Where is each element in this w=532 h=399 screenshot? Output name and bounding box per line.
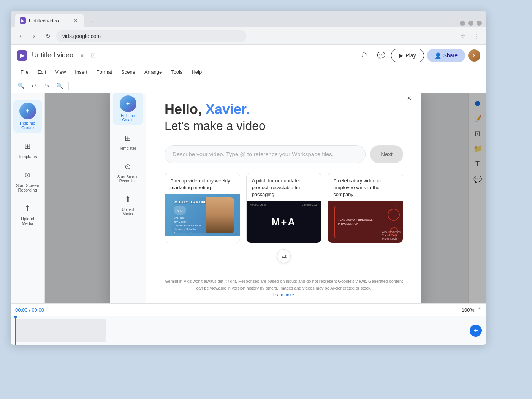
header-actions: ⏱ 💬 ▶ Play 👤 Share X: [358, 49, 480, 62]
modal-help-create-icon: ✦: [120, 95, 136, 112]
modal-sidebar-templates[interactable]: ⊞ Templates: [113, 128, 143, 154]
greeting-hello-text: Hello,: [165, 101, 206, 117]
redo-button[interactable]: ↪: [41, 80, 52, 92]
templates-icon: ⊞: [21, 139, 35, 153]
disclaimer-text: Gemini in Vids won't always get it right…: [165, 278, 403, 298]
menu-tools[interactable]: Tools: [167, 68, 186, 76]
menu-help[interactable]: Help: [188, 68, 206, 76]
modal-templates-icon: ⊞: [121, 131, 135, 145]
star-icon[interactable]: ★: [79, 52, 85, 59]
suggestion-card-1[interactable]: A recap video of my weekly marketing mee…: [165, 173, 240, 244]
menu-insert[interactable]: Insert: [71, 68, 91, 76]
help-create-icon: ✦: [19, 103, 36, 119]
zoom-tool-button[interactable]: 🔍: [54, 80, 65, 92]
separator: [68, 82, 69, 90]
card-3-preview: TEAM AND/OR INDIVIDUAL INTRODUCTION Alex…: [328, 201, 403, 243]
reload-button[interactable]: ↻: [43, 31, 53, 41]
next-button[interactable]: Next: [370, 145, 403, 163]
app-header: ▶ Untitled video ★ ⊡ ⏱ 💬 ▶ Play 👤 Share …: [11, 45, 486, 66]
modal-upload-label: Upload Media: [122, 207, 134, 216]
screen-icon[interactable]: ⊡: [91, 52, 96, 59]
close-window-button[interactable]: [477, 21, 482, 26]
modal-content: × Hello, Xavier. Let's make a video Next: [146, 93, 421, 303]
timeline-cursor: [15, 316, 16, 345]
card-2-title: A pitch for our updated product, recycla…: [247, 173, 321, 201]
history-button[interactable]: ⏱: [358, 49, 371, 62]
address-bar: ‹ › ↻ ☆ ⋮: [11, 27, 486, 45]
modal-templates-label: Templates: [119, 146, 137, 150]
zoom-control[interactable]: 100%: [462, 307, 474, 313]
product-demo-header: Product Demo: [250, 203, 267, 206]
suggestion-card-2[interactable]: A pitch for our updated product, recycla…: [246, 173, 322, 244]
avatar-image: X: [468, 49, 480, 62]
new-tab-button[interactable]: +: [87, 17, 97, 27]
product-demo-logo: M+A: [272, 216, 296, 228]
modal-sidebar-help-create[interactable]: ✦ Help me Create: [113, 93, 143, 125]
maximize-button[interactable]: [468, 21, 473, 26]
tab-favicon: ▶: [20, 17, 26, 24]
modal-upload-icon: ⬆: [121, 192, 135, 206]
menu-view[interactable]: View: [51, 68, 70, 76]
modal-overlay: ✦ Help me Create ⊞ Templates ⊙ Start Scr…: [45, 93, 486, 303]
bookmark-icon[interactable]: ☆: [458, 31, 468, 41]
play-icon: ▶: [399, 52, 403, 59]
browser-window: ▶ Untitled video × + ‹ › ↻ ☆ ⋮ ▶ Untitle…: [11, 11, 486, 345]
forward-button[interactable]: ›: [29, 31, 40, 41]
greeting-subtitle: Let's make a video: [165, 119, 403, 133]
modal-help-create-label: Help me Create: [121, 114, 135, 122]
learn-more-link[interactable]: Learn more.: [272, 293, 295, 297]
app-logo: ▶: [17, 50, 27, 61]
menu-arrange[interactable]: Arrange: [141, 68, 166, 76]
timeline: 00:00 / 00:00 100% ⌃ +: [11, 303, 486, 345]
app-content: ▶ Untitled video ★ ⊡ ⏱ 💬 ▶ Play 👤 Share …: [11, 45, 486, 345]
card-1-preview: WEEKLY TEAM UPDATES Date Eve FilesJoy Mo…: [165, 194, 240, 236]
menu-edit[interactable]: Edit: [34, 68, 50, 76]
menu-bar: File Edit View Insert Format Scene Arran…: [11, 66, 486, 78]
back-button[interactable]: ‹: [15, 31, 26, 41]
menu-scene[interactable]: Scene: [117, 68, 139, 76]
undo-button[interactable]: ↩: [28, 80, 40, 92]
search-tool-button[interactable]: 🔍: [15, 80, 27, 92]
sidebar-item-screen-recording-label: Start Screen Recording: [16, 183, 39, 192]
add-scene-button[interactable]: +: [470, 325, 482, 337]
timeline-track: +: [11, 316, 486, 345]
timeline-header: 00:00 / 00:00 100% ⌃: [11, 304, 486, 316]
tab-bar: ▶ Untitled video × +: [11, 11, 486, 27]
toolbar: 🔍 ↩ ↪ 🔍: [11, 78, 486, 93]
suggestion-cards: A recap video of my weekly marketing mee…: [165, 173, 403, 244]
card-1-title: A recap video of my weekly marketing mee…: [165, 173, 240, 194]
current-time: 00:00 / 00:00: [15, 307, 44, 313]
shuffle-button[interactable]: ⇄: [277, 249, 291, 263]
more-options-icon[interactable]: ⋮: [471, 31, 482, 41]
menu-format[interactable]: Format: [93, 68, 116, 76]
menu-file[interactable]: File: [17, 68, 32, 76]
sidebar-item-templates[interactable]: ⊞ Templates: [13, 136, 42, 162]
canvas-area: ⏺ 📝 ⊡ 📁 T 💬 ✦: [45, 93, 486, 303]
sidebar-item-templates-label: Templates: [18, 154, 37, 159]
address-input[interactable]: [56, 30, 246, 42]
sidebar-item-help-create-label: Help me Create: [20, 121, 35, 130]
window-controls: [460, 21, 482, 27]
modal-sidebar-upload[interactable]: ⬆ Upload Media: [113, 189, 143, 219]
tab-close-button[interactable]: ×: [72, 17, 79, 24]
share-button[interactable]: 👤 Share: [427, 49, 465, 62]
sidebar-item-upload-media[interactable]: ⬆ Upload Media: [13, 198, 42, 229]
sidebar-item-screen-recording[interactable]: ⊙ Start Screen Recording: [13, 165, 42, 195]
comments-button[interactable]: 💬: [374, 49, 388, 62]
upload-icon: ⬆: [21, 201, 35, 215]
team-intro-text: TEAM AND/OR INDIVIDUAL INTRODUCTION: [335, 217, 396, 228]
modal-dialog: ✦ Help me Create ⊞ Templates ⊙ Start Scr…: [110, 93, 421, 303]
sidebar-item-help-create[interactable]: ✦ Help me Create: [13, 100, 42, 133]
describe-input[interactable]: [165, 145, 366, 163]
greeting-name-text: Xavier.: [206, 101, 250, 117]
modal-sidebar-screen-recording[interactable]: ⊙ Start Screen Recording: [113, 157, 143, 186]
suggestion-card-3[interactable]: A celebratory video of employee wins in …: [328, 173, 403, 244]
collapse-button[interactable]: ⌃: [477, 307, 482, 313]
modal-screen-recording-label: Start Screen Recording: [117, 175, 139, 183]
play-button[interactable]: ▶ Play: [391, 49, 424, 62]
main-area: ✦ Help me Create ⊞ Templates ⊙ Start Scr…: [11, 93, 486, 303]
minimize-button[interactable]: [460, 21, 465, 26]
active-tab: ▶ Untitled video ×: [15, 14, 84, 27]
modal-close-button[interactable]: ×: [403, 93, 415, 104]
avatar[interactable]: X: [468, 49, 480, 62]
